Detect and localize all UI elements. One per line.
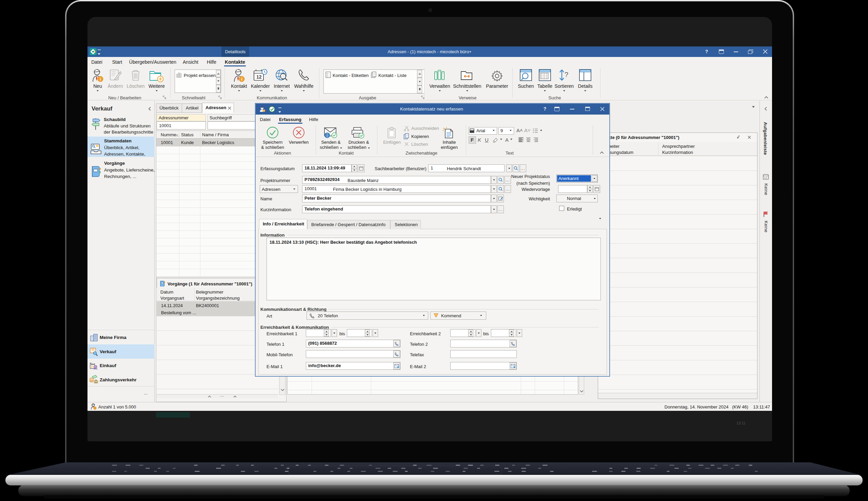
svg-text:12: 12 (256, 74, 262, 80)
svg-text:12: 12 (764, 176, 767, 179)
svg-text:?: ? (564, 71, 568, 78)
